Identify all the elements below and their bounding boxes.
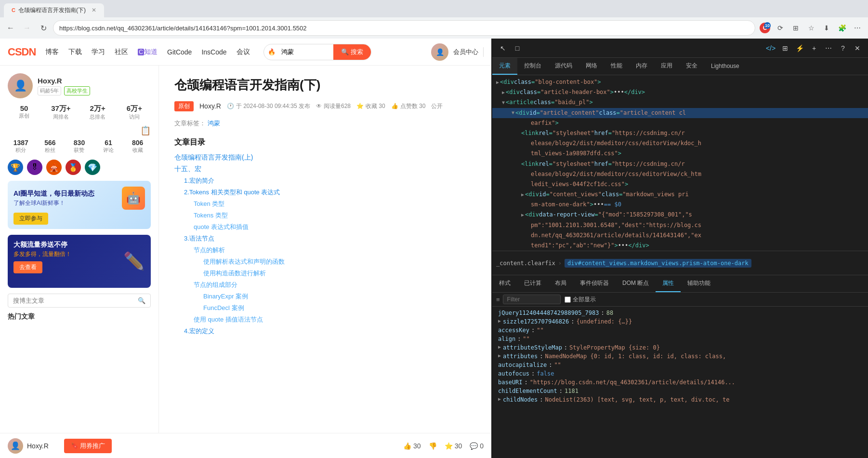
stat-visit[interactable]: 6万+ 访问: [118, 104, 151, 121]
prop-childnodes[interactable]: ▶ childNodes : NodeList(2363) [text, svg…: [492, 395, 868, 404]
nav-blog[interactable]: 博客: [45, 48, 59, 56]
prop-align[interactable]: align : "": [492, 335, 868, 343]
nav-zhidao[interactable]: C知道: [138, 48, 158, 56]
tab-elements[interactable]: 元素: [492, 58, 517, 75]
prop-attributestylemap[interactable]: ▶ attributeStyleMap : StylePropertyMap {…: [492, 343, 868, 352]
tab-security[interactable]: 安全: [679, 58, 704, 75]
stat-likes[interactable]: 830 获赞: [66, 139, 92, 154]
dom-line-selected[interactable]: ▼ <div id="article_content" class="artic…: [492, 108, 868, 118]
history-icon-btn[interactable]: ⟳: [774, 21, 787, 35]
tag-hongmeng[interactable]: 鸿蒙: [208, 120, 220, 127]
tab-sources[interactable]: 源代码: [548, 58, 579, 75]
ad1-btn[interactable]: 立即参与: [13, 213, 48, 225]
collect-action[interactable]: ⭐ 30: [445, 442, 462, 450]
tab-close-icon[interactable]: ✕: [92, 7, 96, 13]
devtools-lightning-icon[interactable]: ⚡: [793, 41, 806, 55]
extensions-icon-btn[interactable]: 🧩: [835, 21, 849, 35]
props-tab-computed[interactable]: 已计算: [517, 275, 548, 292]
props-tab-styles[interactable]: 样式: [492, 275, 517, 292]
devtools-elements-icon[interactable]: </>: [764, 41, 777, 55]
dom-line-datareport[interactable]: ▶ <div data-report-view="{"mod":"1585297…: [492, 210, 868, 220]
more-icon-btn[interactable]: ⋯: [851, 21, 864, 35]
props-filter-input[interactable]: [503, 295, 561, 304]
csdn-logo[interactable]: CSDN: [8, 46, 36, 58]
promote-button[interactable]: 🔖 用券推广: [64, 439, 112, 453]
prop-baseuri[interactable]: baseURI : "https://blog.csdn.net/qq_4630…: [492, 378, 868, 387]
forward-button[interactable]: →: [20, 21, 34, 35]
devtools-grid-icon[interactable]: ⊞: [778, 41, 792, 55]
breadcrumb-content-views[interactable]: div#content_views.markdown_views.prism-a…: [565, 259, 751, 268]
stat-total[interactable]: 2万+ 总排名: [81, 104, 114, 121]
address-bar[interactable]: https://blog.csdn.net/qq_46302361/articl…: [53, 20, 755, 36]
user-avatar[interactable]: 👤: [8, 73, 33, 98]
nav-meeting[interactable]: 会议: [237, 48, 250, 56]
split-screen-icon-btn[interactable]: ⊞: [789, 21, 802, 35]
dom-line[interactable]: ▶ <div class="article-header-box"> ••• <…: [492, 87, 868, 97]
like-action[interactable]: 👍 30: [403, 442, 421, 450]
comment-action[interactable]: 💬 0: [470, 442, 484, 450]
stat-comments[interactable]: 61 评论: [95, 139, 122, 154]
tab-network[interactable]: 网络: [579, 58, 604, 75]
devtools-close-icon[interactable]: ✕: [851, 41, 864, 55]
props-tab-dom-breakpoints[interactable]: DOM 断点: [616, 275, 656, 292]
reload-button[interactable]: ↻: [37, 21, 50, 35]
stat-points[interactable]: 1387 积分: [8, 139, 34, 154]
bookmark-icon-btn[interactable]: ☆: [804, 21, 818, 35]
nav-learn[interactable]: 学习: [92, 48, 105, 56]
stat-original[interactable]: 50 原创: [8, 104, 40, 121]
profile-icon-btn[interactable]: C 10: [758, 21, 772, 35]
member-btn[interactable]: 会员中心: [453, 48, 478, 56]
prop-jquery[interactable]: jQuery112404448742988905_7983 : 88: [492, 309, 868, 317]
breadcrumb-clearfix[interactable]: _content.clearfix: [496, 260, 555, 267]
bottom-username[interactable]: Hoxy.R: [27, 442, 49, 450]
dom-line-link2[interactable]: <link rel="stylesheet" href="https://csd…: [492, 159, 868, 169]
tab-lighthouse[interactable]: Lighthouse: [704, 58, 746, 75]
nav-community[interactable]: 社区: [115, 48, 128, 56]
show-all-checkbox[interactable]: [565, 296, 571, 303]
props-panel: 样式 已计算 布局 事件侦听器 DOM 断点 属性 辅助功能 ≡: [492, 275, 868, 458]
user-avatar-header[interactable]: 👤: [431, 43, 448, 61]
props-tab-layout[interactable]: 布局: [548, 275, 573, 292]
props-tab-attributes[interactable]: 属性: [656, 275, 681, 292]
stat-weekly[interactable]: 37万+ 周排名: [44, 104, 77, 121]
stat-fans[interactable]: 566 粉丝: [37, 139, 64, 154]
downloads-icon-btn[interactable]: ⬇: [820, 21, 833, 35]
prop-autofocus[interactable]: autofocus : false: [492, 369, 868, 378]
dislike-action[interactable]: 👎: [429, 442, 437, 450]
stat-collect[interactable]: 806 收藏: [124, 139, 151, 154]
tab-application[interactable]: 应用: [654, 58, 679, 75]
dom-line[interactable]: ▼ <article class="baidu_pl">: [492, 97, 868, 108]
sidebar-search-icon[interactable]: 🔍: [138, 297, 145, 304]
dom-line-link1[interactable]: <link rel="stylesheet" href="https://csd…: [492, 128, 868, 138]
dom-arrow-icon[interactable]: ▶: [496, 79, 499, 86]
show-all-checkbox-label[interactable]: 全部显示: [565, 296, 596, 304]
prop-accesskey[interactable]: accessKey : "": [492, 326, 868, 335]
back-button[interactable]: ←: [4, 21, 17, 35]
devtools-device-btn[interactable]: □: [511, 41, 524, 55]
badge-blue: 🏆: [8, 160, 23, 175]
search-button[interactable]: 🔍 搜索: [333, 44, 371, 60]
dom-line-content-views[interactable]: ▶ <div id="content_views" class="markdow…: [492, 189, 868, 200]
meta-author[interactable]: Hoxy.R: [199, 102, 221, 110]
prop-attributes[interactable]: ▶ attributes : NamedNodeMap {0: id, 1: c…: [492, 352, 868, 361]
ad2-btn[interactable]: 去查看: [13, 261, 42, 273]
nav-download[interactable]: 下载: [68, 48, 82, 56]
prop-autocap[interactable]: autocapitalize : "": [492, 361, 868, 369]
devtools-more-icon[interactable]: ⋯: [822, 41, 835, 55]
devtools-help-icon[interactable]: ?: [836, 41, 850, 55]
prop-childelementcount[interactable]: childElementCount : 1181: [492, 387, 868, 395]
tab-memory[interactable]: 内存: [629, 58, 654, 75]
sidebar-search-input[interactable]: [13, 297, 138, 304]
devtools-inspect-btn[interactable]: ↖: [496, 41, 510, 55]
props-tab-listeners[interactable]: 事件侦听器: [573, 275, 616, 292]
dom-line[interactable]: ▶ <div class="blog-content-box">: [492, 77, 868, 87]
search-input[interactable]: [276, 48, 333, 55]
nav-inscode[interactable]: InsCode: [201, 48, 226, 56]
tab-performance[interactable]: 性能: [604, 58, 629, 75]
browser-tab[interactable]: C 仓颉编程语言开发指南(下) ✕: [4, 3, 104, 17]
devtools-add-icon[interactable]: +: [807, 41, 821, 55]
tab-console[interactable]: 控制台: [517, 58, 548, 75]
nav-gitcode[interactable]: GitCode: [167, 48, 192, 56]
props-tab-accessibility[interactable]: 辅助功能: [681, 275, 717, 292]
prop-sizzle[interactable]: ▶ sizzle1725707946826 : {undefined: {…}}: [492, 317, 868, 326]
